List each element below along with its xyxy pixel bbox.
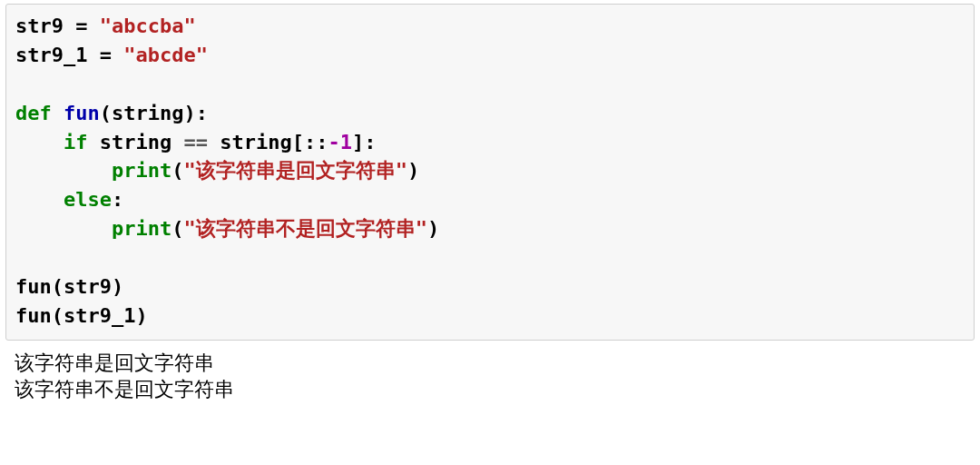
output-line-2: 该字符串不是回文字符串 — [15, 376, 965, 403]
code-line-2: str9_1 = "abcde" — [15, 44, 208, 66]
code-cell: str9 = "abccba" str9_1 = "abcde" def fun… — [5, 4, 975, 341]
code-line-5: if string == string[::-1]: — [15, 131, 376, 153]
code-line-1: str9 = "abccba" — [15, 15, 196, 37]
code-line-8: print("该字符串不是回文字符串") — [15, 217, 439, 240]
code-line-10: fun(str9) — [15, 275, 123, 298]
code-line-6: print("该字符串是回文字符串") — [15, 159, 419, 182]
code-line-4: def fun(string): — [15, 102, 208, 124]
code-line-11: fun(str9_1) — [15, 304, 148, 327]
output-line-1: 该字符串是回文字符串 — [15, 350, 965, 377]
code-line-7: else: — [15, 188, 123, 211]
output-cell: 该字符串是回文字符串 该字符串不是回文字符串 — [5, 341, 975, 403]
